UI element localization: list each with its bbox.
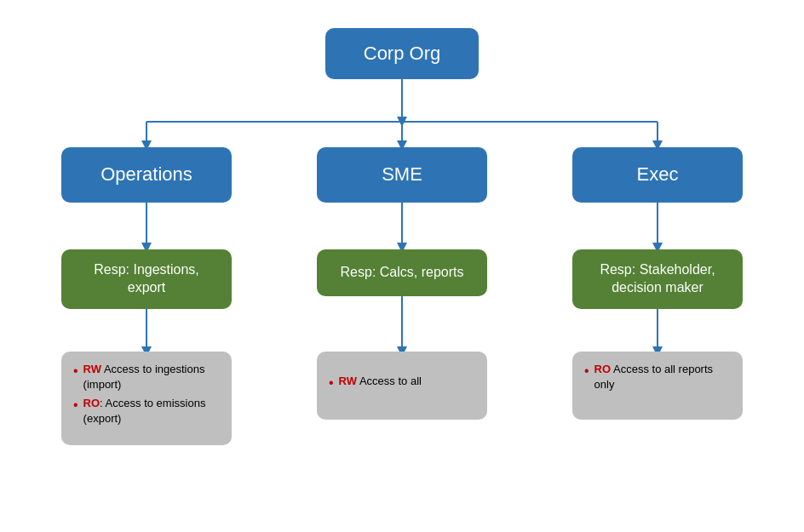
sme-access-item-1: • RW Access to all bbox=[329, 374, 422, 392]
exec-resp: Resp: Stakeholder, decision maker bbox=[572, 249, 743, 309]
sme-resp: Resp: Calcs, reports bbox=[317, 249, 487, 296]
operations-access-item-1: • RW Access to ingestions (import) bbox=[73, 362, 220, 392]
ro-label-2: RO bbox=[594, 363, 612, 375]
sme-access: • RW Access to all bbox=[317, 352, 487, 420]
bullet-icon-4: • bbox=[584, 362, 589, 380]
bullet-icon-3: • bbox=[329, 374, 334, 392]
bullet-icon-1: • bbox=[73, 362, 78, 380]
exec-access: • RO Access to all reports only bbox=[572, 352, 743, 420]
operations-access-item-2: • RO: Access to emissions (export) bbox=[73, 396, 220, 426]
exec-access-item-1: • RO Access to all reports only bbox=[584, 362, 731, 392]
root-node: Corp Org bbox=[325, 28, 479, 79]
sme-header: SME bbox=[317, 147, 487, 203]
ro-label-1: RO bbox=[83, 397, 100, 409]
bullet-icon-2: • bbox=[73, 396, 78, 415]
operations-access: • RW Access to ingestions (import) • RO:… bbox=[61, 352, 232, 445]
org-diagram: Corp Org Operations SME Exec Resp: Inges… bbox=[19, 11, 785, 522]
rw-label-2: RW bbox=[339, 375, 357, 387]
operations-header: Operations bbox=[61, 147, 232, 203]
operations-resp: Resp: Ingestions, export bbox=[61, 249, 232, 309]
exec-header: Exec bbox=[572, 147, 743, 203]
rw-label-1: RW bbox=[83, 363, 101, 375]
